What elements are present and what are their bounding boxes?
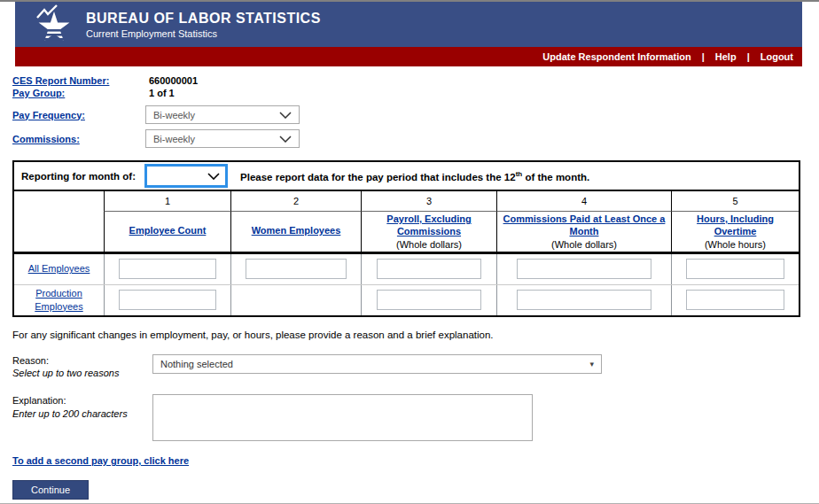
reason-hint: Select up to two reasons bbox=[12, 367, 152, 380]
employee-count-header-link[interactable]: Employee Count bbox=[129, 225, 207, 237]
reason-field-row: Reason: Select up to two reasons Nothing… bbox=[12, 354, 800, 381]
report-info: CES Report Number: 660000001 Pay Group: … bbox=[12, 75, 800, 148]
masthead: BUREAU OF LABOR STATISTICS Current Emplo… bbox=[15, 2, 802, 47]
column-number-row: 1 2 3 4 5 bbox=[14, 191, 799, 212]
reporting-month-row: Reporting for month of: Please report da… bbox=[14, 162, 799, 191]
pay-frequency-value: Bi-weekly bbox=[153, 110, 195, 120]
all-employees-row: All Employees bbox=[14, 254, 799, 285]
hours-header-link[interactable]: Hours, Including Overtime bbox=[675, 213, 795, 238]
corner-cell bbox=[14, 212, 104, 254]
commissions-paid-header-subtitle: (Whole dollars) bbox=[551, 239, 617, 250]
all-employees-link[interactable]: All Employees bbox=[28, 262, 90, 275]
women-employees-header-link[interactable]: Women Employees bbox=[252, 225, 341, 237]
column-number-5: 5 bbox=[671, 191, 799, 212]
column-number-1: 1 bbox=[104, 191, 230, 212]
explanation-textarea[interactable] bbox=[152, 394, 533, 441]
commissions-select[interactable]: Bi-weekly bbox=[145, 129, 300, 148]
column-number-4: 4 bbox=[496, 191, 671, 212]
page: BUREAU OF LABOR STATISTICS Current Emplo… bbox=[0, 0, 819, 504]
production-employees-payroll-input[interactable] bbox=[377, 290, 482, 310]
bls-star-logo-icon bbox=[35, 4, 74, 46]
ces-report-number-link[interactable]: CES Report Number: bbox=[12, 75, 109, 86]
hours-header-subtitle: (Whole hours) bbox=[705, 239, 766, 250]
continue-button[interactable]: Continue bbox=[12, 480, 89, 500]
app-title: BUREAU OF LABOR STATISTICS bbox=[86, 11, 321, 27]
commissions-value: Bi-weekly bbox=[153, 134, 195, 144]
explanation-label: Explanation: bbox=[12, 394, 152, 407]
help-link[interactable]: Help bbox=[715, 51, 737, 62]
caret-down-icon: ▾ bbox=[589, 360, 594, 368]
chevron-down-icon bbox=[279, 112, 292, 119]
logout-link[interactable]: Logout bbox=[760, 51, 793, 62]
all-employees-women-input[interactable] bbox=[246, 259, 347, 279]
reporting-table: Reporting for month of: Please report da… bbox=[12, 160, 800, 317]
all-employees-hours-input[interactable] bbox=[686, 259, 785, 279]
reporting-month-select[interactable] bbox=[144, 164, 228, 188]
changes-note: For any significant changes in employmen… bbox=[12, 330, 800, 340]
commissions-link[interactable]: Commissions: bbox=[12, 134, 80, 144]
column-number-3: 3 bbox=[361, 191, 496, 212]
pay-frequency-link[interactable]: Pay Frequency: bbox=[12, 110, 85, 120]
production-employees-link[interactable]: Production Employees bbox=[20, 287, 99, 313]
chevron-down-icon bbox=[207, 173, 220, 180]
commissions-paid-header-link[interactable]: Commissions Paid at Least Once a Month bbox=[501, 213, 667, 238]
explanation-field-row: Explanation: Enter up to 200 characters bbox=[12, 394, 800, 441]
column-title-row: Employee Count Women Employees Payroll, … bbox=[14, 212, 799, 254]
top-nav-bar: Update Respondent Information | Help | L… bbox=[15, 47, 802, 66]
production-employees-commissions-input[interactable] bbox=[517, 290, 652, 310]
app-subtitle: Current Employment Statistics bbox=[86, 28, 321, 39]
explanation-hint: Enter up to 200 characters bbox=[12, 407, 152, 421]
production-employees-women-empty-cell bbox=[230, 285, 361, 315]
nav-separator: | bbox=[747, 51, 750, 62]
chevron-down-icon bbox=[279, 136, 292, 143]
reporting-instruction: Please report data for the pay period th… bbox=[240, 170, 589, 182]
production-employees-row: Production Employees bbox=[14, 285, 799, 315]
reason-select[interactable]: Nothing selected ▾ bbox=[152, 354, 602, 374]
reason-selected-value: Nothing selected bbox=[160, 359, 233, 369]
reason-label: Reason: bbox=[12, 354, 152, 368]
pay-frequency-select[interactable]: Bi-weekly bbox=[145, 105, 300, 124]
all-employees-payroll-input[interactable] bbox=[377, 259, 482, 279]
production-employees-hours-input[interactable] bbox=[686, 290, 785, 310]
ces-report-number-value: 660000001 bbox=[149, 75, 198, 86]
pay-group-value: 1 of 1 bbox=[149, 88, 175, 98]
corner-cell bbox=[14, 191, 104, 212]
production-employees-count-input[interactable] bbox=[119, 290, 217, 310]
column-number-2: 2 bbox=[230, 191, 361, 212]
add-second-pay-group-link[interactable]: To add a second pay group, click here bbox=[12, 455, 189, 466]
update-respondent-link[interactable]: Update Respondent Information bbox=[542, 51, 690, 62]
pay-group-link[interactable]: Pay Group: bbox=[12, 88, 65, 98]
all-employees-count-input[interactable] bbox=[119, 259, 217, 279]
reporting-month-label: Reporting for month of: bbox=[21, 171, 136, 182]
payroll-header-link[interactable]: Payroll, Excluding Commissions bbox=[365, 213, 493, 238]
payroll-header-subtitle: (Whole dollars) bbox=[396, 239, 462, 250]
all-employees-commissions-input[interactable] bbox=[517, 259, 652, 279]
nav-separator: | bbox=[702, 51, 705, 62]
